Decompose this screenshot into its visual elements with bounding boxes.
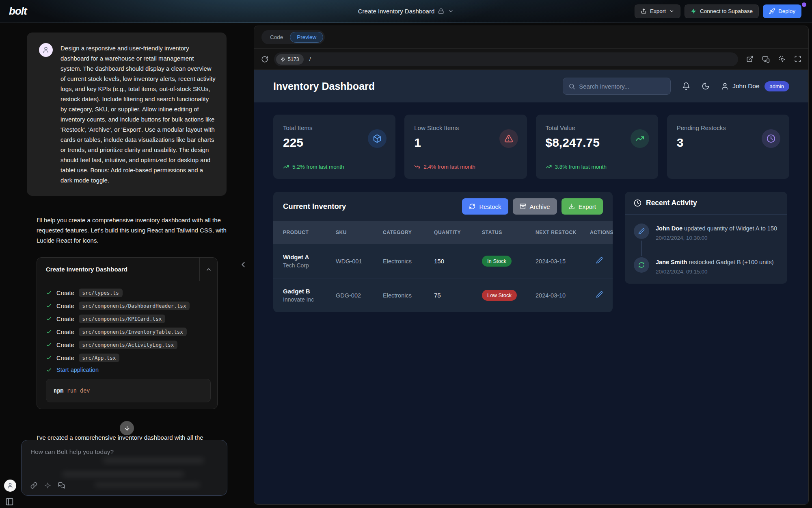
artifact-title: Create Inventory Dashboard	[37, 258, 199, 281]
activity-item: John Doe updated quantity of Widget A to…	[634, 224, 778, 241]
dark-mode-toggle-icon[interactable]	[702, 82, 710, 90]
inventory-title: Current Inventory	[283, 202, 346, 211]
rocket-icon	[769, 8, 775, 14]
export-button[interactable]: Export	[635, 4, 680, 18]
file-chip[interactable]: src/components/InventoryTable.tsx	[79, 328, 187, 336]
deploy-button[interactable]: Deploy	[763, 4, 801, 18]
refresh-icon	[634, 257, 649, 273]
account-avatar[interactable]	[4, 480, 16, 492]
tab-preview[interactable]: Preview	[290, 32, 323, 43]
notification-dot	[802, 2, 806, 7]
port-plug-icon	[281, 57, 285, 62]
port-pill[interactable]: 5173	[276, 54, 304, 65]
pencil-icon	[634, 224, 649, 239]
table-row: Widget A Tech Corp WDG-001 Electronics 1…	[273, 244, 613, 278]
user-avatar	[39, 43, 53, 57]
sparkles-icon[interactable]	[44, 482, 51, 489]
clock-icon	[762, 129, 780, 148]
file-chip[interactable]: src/types.ts	[79, 289, 123, 297]
artifact-step: Create src/components/KPICard.tsx	[46, 315, 211, 323]
inventory-table-header: Product SKU Category Quantity Status Nex…	[273, 221, 613, 244]
project-title-group[interactable]: Create Inventory Dashboard	[358, 8, 454, 15]
search-icon	[568, 83, 575, 90]
activity-timestamp: 20/02/2024, 10:30:00	[656, 235, 777, 241]
file-chip[interactable]: src/components/ActivityLog.tsx	[79, 341, 178, 349]
chevron-down-icon[interactable]	[448, 8, 454, 14]
archive-icon	[520, 203, 526, 210]
chat-input-box	[21, 440, 227, 496]
kpi-card-total-value: Total Value $8,247.75 3.8% from last mon…	[536, 115, 658, 179]
check-icon	[46, 355, 52, 361]
alert-triangle-icon	[499, 129, 518, 148]
responsive-devices-icon[interactable]	[762, 55, 770, 63]
kpi-row: Total Items 225 5.2% from last month Low…	[273, 115, 789, 179]
connect-supabase-button[interactable]: Connect to Supabase	[685, 4, 759, 18]
activity-title: Recent Activity	[646, 199, 697, 207]
status-badge: Low Stock	[482, 290, 517, 301]
notifications-bell-icon[interactable]	[682, 82, 690, 90]
blurred-text-ghost	[62, 472, 184, 477]
trending-down-icon	[414, 164, 420, 170]
search-input[interactable]	[579, 83, 665, 90]
kpi-card-low-stock: Low Stock Items 1 2.4% from last month	[404, 115, 527, 179]
trending-up-icon	[546, 164, 552, 170]
reload-icon[interactable]	[261, 56, 268, 63]
check-icon	[46, 342, 52, 348]
clock-icon	[634, 199, 641, 207]
view-tabs: Code Preview	[254, 26, 808, 49]
scroll-to-bottom-button[interactable]	[120, 421, 134, 435]
tab-code[interactable]: Code	[263, 32, 290, 43]
table-row: Gadget B Innovate Inc GDG-002 Electronic…	[273, 278, 613, 312]
export-csv-button[interactable]: Export	[561, 198, 603, 215]
chat-mode-icon[interactable]	[58, 482, 65, 489]
user-message: Design a responsive and user-friendly in…	[27, 33, 227, 196]
artifact-step: Create src/components/ActivityLog.tsx	[46, 341, 211, 349]
check-icon	[46, 290, 52, 296]
start-application-link[interactable]: Start application	[56, 367, 99, 373]
collapse-chat-chevron[interactable]	[239, 260, 248, 269]
restock-button[interactable]: Restock	[462, 198, 508, 215]
check-icon	[46, 367, 52, 373]
project-title: Create Inventory Dashboard	[358, 8, 434, 15]
bolt-logo[interactable]: bolt	[0, 5, 27, 17]
workspace-panel: Code Preview 5173 / Inventory Dashboard	[254, 26, 809, 505]
arrow-down-icon	[124, 425, 130, 432]
fullscreen-icon[interactable]	[794, 55, 801, 63]
archive-button[interactable]: Archive	[513, 198, 557, 215]
assistant-intro-text: I'll help you create a comprehensive inv…	[37, 215, 230, 245]
supabase-icon	[691, 8, 697, 14]
file-chip[interactable]: src/components/KPICard.tsx	[79, 315, 166, 323]
file-chip[interactable]: src/components/DashboardHeader.tsx	[79, 302, 190, 310]
refresh-icon	[469, 203, 475, 210]
artifact-step: Create src/types.ts	[46, 289, 211, 297]
user-icon	[721, 82, 729, 90]
chat-panel: Design a responsive and user-friendly in…	[0, 23, 254, 508]
open-external-icon[interactable]	[746, 55, 754, 63]
check-icon	[46, 316, 52, 322]
lock-icon	[438, 8, 444, 14]
artifact-step: Create src/components/InventoryTable.tsx	[46, 328, 211, 336]
url-field[interactable]: 5173 /	[274, 52, 738, 66]
inventory-search[interactable]	[563, 78, 671, 95]
artifact-step: Create src/App.tsx	[46, 354, 211, 362]
terminal-command: npm run dev	[46, 379, 211, 402]
url-path: /	[309, 56, 311, 62]
artifact-step: Create src/components/DashboardHeader.ts…	[46, 302, 211, 310]
chat-input[interactable]	[30, 448, 218, 456]
user-menu[interactable]: John Doe	[721, 82, 759, 90]
preview-viewport: Inventory Dashboard John Doe admin Total…	[254, 70, 808, 504]
file-chip[interactable]: src/App.tsx	[79, 354, 120, 362]
recent-activity-panel: Recent Activity John Doe updated quantit…	[625, 192, 787, 284]
sidebar-toggle-icon[interactable]	[5, 497, 14, 506]
status-badge: In Stock	[482, 256, 512, 267]
attach-link-icon[interactable]	[30, 482, 37, 489]
edit-pencil-icon[interactable]	[596, 291, 603, 298]
inspector-pointer-icon[interactable]	[778, 55, 786, 63]
artifact-card: Create Inventory Dashboard Create src/ty…	[37, 257, 218, 409]
collapse-artifact-button[interactable]	[199, 258, 217, 281]
kpi-card-pending-restocks: Pending Restocks 3	[667, 115, 789, 179]
dashboard-header: Inventory Dashboard John Doe admin	[254, 70, 808, 102]
edit-pencil-icon[interactable]	[596, 257, 603, 264]
blurred-text-ghost	[95, 483, 200, 487]
package-icon	[368, 129, 387, 148]
